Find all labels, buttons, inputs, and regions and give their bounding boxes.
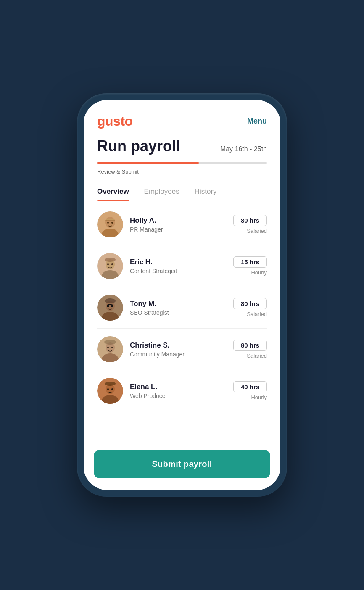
pay-type: Hourly <box>251 269 267 276</box>
submit-area: Submit payroll <box>84 443 280 490</box>
employee-name: Christine S. <box>130 341 233 350</box>
pay-type: Salaried <box>247 228 267 234</box>
employee-role: Content Strategist <box>130 268 233 274</box>
svg-point-24 <box>107 347 109 348</box>
svg-point-31 <box>111 388 113 390</box>
page-content: Run payroll May 16th - 25th Review & Sub… <box>84 137 280 443</box>
svg-point-20 <box>105 298 116 303</box>
svg-point-10 <box>107 263 109 265</box>
employee-row[interactable]: Christine S. Community Manager 80 hrs Sa… <box>97 329 267 370</box>
tab-history[interactable]: History <box>195 183 217 200</box>
hours-badge: 80 hrs <box>233 298 267 309</box>
hours-badge: 80 hrs <box>233 215 267 226</box>
pay-type: Salaried <box>247 353 267 359</box>
svg-point-32 <box>105 382 116 386</box>
app-logo: gusto <box>97 113 133 129</box>
employee-row[interactable]: Tony M. SEO Strategist 80 hrs Salaried <box>97 287 267 329</box>
pay-type: Hourly <box>251 394 267 400</box>
pay-type: Salaried <box>247 311 267 317</box>
employee-info: Tony M. SEO Strategist <box>130 300 233 316</box>
svg-point-26 <box>104 340 116 345</box>
tab-employees[interactable]: Employees <box>144 183 179 200</box>
svg-rect-6 <box>106 219 114 220</box>
avatar <box>97 378 123 404</box>
svg-rect-18 <box>107 305 109 307</box>
employee-row[interactable]: Eric H. Content Strategist 15 hrs Hourly <box>97 245 267 287</box>
date-range: May 16th - 25th <box>220 145 267 153</box>
employee-name: Elena L. <box>130 383 233 391</box>
hours-badge: 40 hrs <box>233 381 267 392</box>
employee-info: Eric H. Content Strategist <box>130 258 233 274</box>
employee-hours: 15 hrs Hourly <box>233 256 267 276</box>
svg-point-30 <box>107 388 109 390</box>
employee-name: Holly A. <box>130 216 233 225</box>
employee-name: Eric H. <box>130 258 233 266</box>
phone-frame: gusto Menu Run payroll May 16th - 25th R… <box>77 93 287 497</box>
title-row: Run payroll May 16th - 25th <box>97 137 267 155</box>
employee-hours: 40 hrs Hourly <box>233 381 267 400</box>
app-header: gusto Menu <box>84 100 280 137</box>
progress-fill <box>97 162 199 164</box>
svg-point-5 <box>111 222 113 224</box>
employee-info: Holly A. PR Manager <box>130 216 233 233</box>
employee-role: PR Manager <box>130 226 233 233</box>
avatar <box>97 211 123 237</box>
employee-info: Elena L. Web Producer <box>130 383 233 399</box>
employee-hours: 80 hrs Salaried <box>233 340 267 359</box>
hours-badge: 15 hrs <box>233 256 267 268</box>
employee-hours: 80 hrs Salaried <box>233 215 267 234</box>
hours-badge: 80 hrs <box>233 340 267 351</box>
avatar <box>97 295 123 321</box>
avatar <box>97 253 123 279</box>
svg-point-4 <box>107 222 109 224</box>
svg-point-11 <box>111 263 113 265</box>
employee-hours: 80 hrs Salaried <box>233 298 267 317</box>
progress-bar <box>97 162 267 164</box>
tab-overview[interactable]: Overview <box>97 183 129 200</box>
employee-row[interactable]: Elena L. Web Producer 40 hrs Hourly <box>97 370 267 411</box>
svg-point-25 <box>111 347 113 348</box>
svg-point-1 <box>105 217 115 228</box>
employee-info: Christine S. Community Manager <box>130 341 233 358</box>
employee-role: SEO Strategist <box>130 309 233 316</box>
employee-list: Holly A. PR Manager 80 hrs Salaried <box>97 204 267 411</box>
employee-name: Tony M. <box>130 300 233 308</box>
page-title: Run payroll <box>97 137 180 155</box>
employee-role: Community Manager <box>130 351 233 358</box>
progress-label: Review & Submit <box>97 169 267 175</box>
tab-bar: Overview Employees History <box>97 183 267 200</box>
employee-row[interactable]: Holly A. PR Manager 80 hrs Salaried <box>97 204 267 245</box>
employee-role: Web Producer <box>130 392 233 399</box>
svg-rect-19 <box>111 305 113 307</box>
submit-payroll-button[interactable]: Submit payroll <box>94 450 270 478</box>
phone-screen: gusto Menu Run payroll May 16th - 25th R… <box>84 100 280 490</box>
svg-point-12 <box>105 258 116 262</box>
menu-button[interactable]: Menu <box>247 117 267 126</box>
avatar <box>97 336 123 362</box>
